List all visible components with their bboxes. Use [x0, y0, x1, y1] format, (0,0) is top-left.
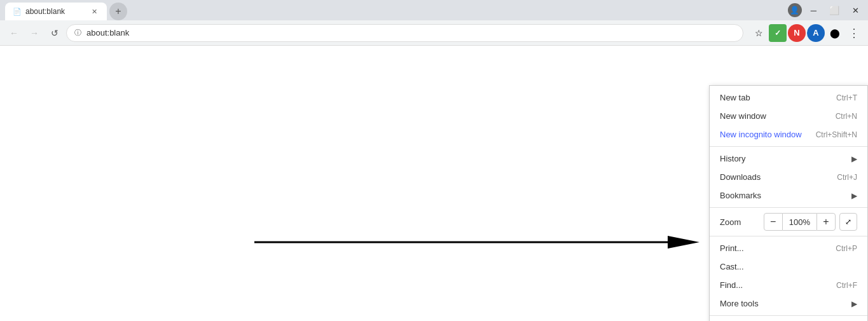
- menu-item-cast[interactable]: Cast...: [710, 257, 867, 276]
- window-close-button[interactable]: ✕: [848, 4, 863, 17]
- menu-divider-3: [710, 236, 867, 236]
- address-security-icon: ⓘ: [74, 28, 81, 38]
- svg-marker-1: [668, 236, 699, 249]
- profile-button[interactable]: 👤: [788, 3, 802, 17]
- zoom-plus-button[interactable]: +: [816, 213, 836, 231]
- tab-strip: 📄 about:blank ✕ +: [5, 0, 788, 20]
- menu-divider-1: [710, 146, 867, 147]
- new-tab-button[interactable]: +: [109, 3, 127, 20]
- zoom-label: Zoom: [720, 217, 764, 227]
- menu-item-print[interactable]: Print... Ctrl+P: [710, 239, 867, 257]
- tab-close-button[interactable]: ✕: [89, 6, 99, 17]
- back-button[interactable]: ←: [5, 24, 23, 42]
- forward-button[interactable]: →: [25, 24, 43, 42]
- menu-item-new-window[interactable]: New window Ctrl+N: [710, 107, 867, 125]
- zoom-minus-button[interactable]: −: [764, 213, 783, 231]
- menu-divider-2: [710, 207, 867, 208]
- active-tab[interactable]: 📄 about:blank ✕: [5, 3, 107, 20]
- menu-item-history[interactable]: History ▶: [710, 149, 867, 168]
- extension-n-icon[interactable]: N: [788, 24, 806, 42]
- menu-divider-4: [710, 315, 867, 316]
- reload-button[interactable]: ↺: [46, 24, 64, 42]
- extension-check-icon[interactable]: ✓: [769, 24, 787, 42]
- context-menu: New tab Ctrl+T New window Ctrl+N New inc…: [709, 85, 868, 321]
- maximize-button[interactable]: ⬜: [825, 4, 843, 17]
- minimize-button[interactable]: ─: [807, 4, 820, 17]
- extension-circle-icon[interactable]: ⬤: [826, 24, 844, 42]
- toolbar-icons: ☆ ✓ N A ⬤ ⋮: [750, 24, 863, 42]
- address-text: about:blank: [86, 28, 735, 38]
- menu-item-downloads[interactable]: Downloads Ctrl+J: [710, 168, 867, 186]
- arrow-annotation: [254, 226, 699, 261]
- zoom-fullscreen-button[interactable]: ⤢: [839, 213, 857, 231]
- menu-item-new-incognito[interactable]: New incognito window Ctrl+Shift+N: [710, 125, 867, 144]
- zoom-value: 100%: [783, 213, 816, 231]
- zoom-row: Zoom − 100% + ⤢: [710, 210, 867, 233]
- menu-item-bookmarks[interactable]: Bookmarks ▶: [710, 186, 867, 205]
- chrome-menu-button[interactable]: ⋮: [845, 24, 863, 42]
- menu-item-new-tab[interactable]: New tab Ctrl+T: [710, 88, 867, 107]
- menu-item-find[interactable]: Find... Ctrl+F: [710, 276, 867, 294]
- tab-title: about:blank: [25, 7, 85, 16]
- extension-a-icon[interactable]: A: [807, 24, 825, 42]
- tab-page-icon: 📄: [13, 8, 22, 16]
- menu-item-more-tools[interactable]: More tools ▶: [710, 294, 867, 313]
- address-bar[interactable]: ⓘ about:blank: [66, 24, 743, 42]
- title-bar: 📄 about:blank ✕ + 👤 ─ ⬜ ✕: [0, 0, 868, 20]
- main-content: New tab Ctrl+T New window Ctrl+N New inc…: [0, 46, 868, 321]
- window-controls: 👤 ─ ⬜ ✕: [788, 3, 863, 17]
- bookmark-star-button[interactable]: ☆: [750, 24, 768, 42]
- nav-bar: ← → ↺ ⓘ about:blank ☆ ✓ N A ⬤ ⋮: [0, 20, 868, 46]
- edit-row: Edit Cut Copy Paste: [710, 318, 867, 321]
